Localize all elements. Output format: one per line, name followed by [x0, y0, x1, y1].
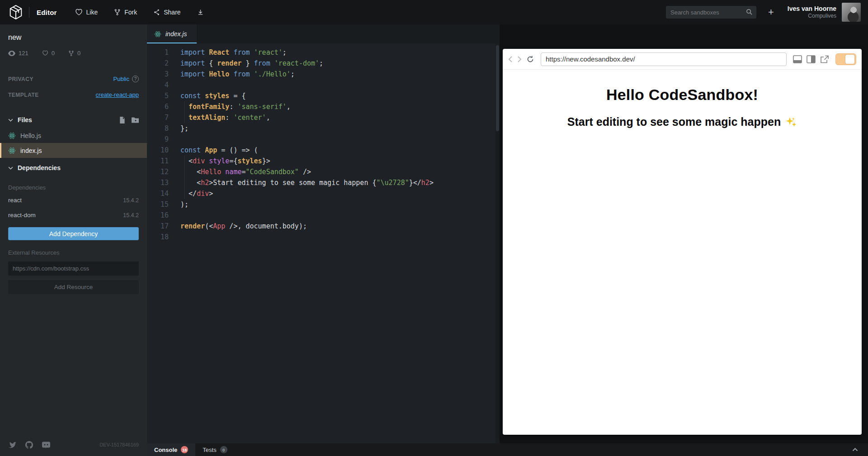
likes-count: 0 — [52, 50, 55, 57]
code-line[interactable]: 15); — [147, 199, 500, 210]
line-number: 18 — [147, 232, 169, 242]
code-line[interactable]: 9 — [147, 134, 500, 145]
editor-scrollbar[interactable] — [495, 43, 500, 443]
heart-icon — [75, 9, 83, 16]
search-input[interactable] — [666, 6, 756, 19]
code-line[interactable]: 18 — [147, 232, 500, 242]
share-icon — [153, 9, 160, 16]
chevron-down-icon — [8, 166, 13, 170]
browser-toolbar — [503, 49, 862, 70]
likes-stat[interactable]: 0 — [42, 50, 55, 57]
forks-stat[interactable]: 0 — [68, 50, 80, 57]
external-resource-input[interactable] — [8, 261, 139, 276]
add-resource-button[interactable]: Add Resource — [8, 280, 139, 294]
fork-label: Fork — [124, 9, 137, 16]
external-link-icon — [820, 55, 829, 63]
url-input[interactable] — [541, 52, 787, 66]
code-line[interactable]: 5const styles = { — [147, 90, 500, 101]
files-section-title: Files — [18, 116, 114, 124]
line-number: 1 — [147, 47, 169, 58]
back-button[interactable] — [508, 56, 513, 63]
template-label: TEMPLATE — [8, 92, 39, 98]
external-resources-label: External Resources — [0, 240, 147, 256]
build-id: DEV-1517846169 — [99, 442, 139, 447]
tab-index-js[interactable]: index.js — [147, 24, 197, 43]
file-item-hello-js[interactable]: Hello.js — [0, 128, 147, 143]
preview-subheading: Start editing to see some magic happen — [503, 115, 862, 128]
share-button[interactable]: Share — [153, 9, 180, 16]
code-line[interactable]: 13 <h2>Start editing to see some magic h… — [147, 177, 500, 188]
console-tab[interactable]: Console 16 — [147, 443, 195, 456]
privacy-help-icon[interactable]: ? — [132, 76, 139, 82]
refresh-button[interactable] — [526, 55, 534, 63]
codesandbox-logo[interactable] — [7, 4, 24, 21]
active-tab-underline — [147, 43, 197, 43]
new-folder-icon[interactable] — [132, 117, 139, 123]
fork-button[interactable]: Fork — [114, 9, 137, 16]
discord-icon[interactable] — [42, 442, 50, 448]
code-line[interactable]: 1import React from 'react'; — [147, 47, 500, 58]
react-icon — [154, 31, 161, 38]
add-dependency-button[interactable]: Add Dependency — [8, 227, 139, 240]
views-count: 121 — [19, 50, 28, 57]
editor-mode-label: Editor — [37, 9, 57, 16]
react-icon — [8, 132, 16, 139]
code-line[interactable]: 8}; — [147, 123, 500, 134]
line-number: 15 — [147, 199, 169, 210]
tests-badge: 0 — [220, 446, 227, 453]
top-header: Editor Like Fork Share + Iv — [0, 0, 868, 24]
avatar[interactable] — [842, 3, 861, 22]
download-icon — [197, 9, 204, 16]
line-number: 17 — [147, 221, 169, 232]
scrollbar-thumb[interactable] — [496, 45, 499, 131]
console-panel-icon[interactable] — [793, 55, 802, 63]
twitter-icon[interactable] — [8, 442, 16, 448]
bottom-panel-bar: Console 16 Tests 0 — [147, 443, 868, 456]
line-number: 4 — [147, 80, 169, 90]
dependencies-section-header[interactable]: Dependencies — [0, 164, 147, 171]
code-line[interactable]: 11 <div style={styles}> — [147, 156, 500, 166]
tab-name: index.js — [165, 30, 187, 38]
user-info[interactable]: Ives van Hoorne Compulives — [788, 5, 836, 20]
dependency-name: react — [8, 197, 22, 204]
code-line[interactable]: 16 — [147, 210, 500, 221]
open-in-new-window-icon[interactable] — [820, 55, 829, 63]
workspace-sidebar: new 121 0 0 PRIVACY Public ? — [0, 24, 147, 456]
code-line[interactable]: 14 </div> — [147, 188, 500, 199]
code-line[interactable]: 7 textAlign: 'center', — [147, 112, 500, 123]
split-view-icon[interactable] — [807, 55, 816, 63]
tests-tab-label: Tests — [203, 446, 216, 453]
code-line[interactable]: 6 fontFamily: 'sans-serif', — [147, 101, 500, 112]
files-section-header[interactable]: Files — [0, 116, 147, 124]
line-number: 2 — [147, 58, 169, 69]
like-button[interactable]: Like — [75, 9, 98, 16]
dependency-row-react[interactable]: react 15.4.2 — [0, 193, 147, 208]
code-lines[interactable]: 1import React from 'react';2import { ren… — [147, 43, 500, 242]
panel-right-icon — [807, 55, 816, 63]
github-icon[interactable] — [25, 441, 33, 449]
expand-panel-button[interactable] — [852, 443, 858, 456]
code-line[interactable]: 3import Hello from './Hello'; — [147, 69, 500, 80]
forward-button[interactable] — [517, 56, 522, 63]
preview-content: Hello CodeSandbox! Start editing to see … — [503, 86, 862, 128]
code-line[interactable]: 10const App = () => ( — [147, 145, 500, 156]
tests-tab[interactable]: Tests 0 — [195, 443, 234, 456]
fork-icon — [114, 9, 121, 16]
template-row: TEMPLATE create-react-app — [0, 91, 147, 98]
dependency-row-react-dom[interactable]: react-dom 15.4.2 — [0, 208, 147, 223]
code-line[interactable]: 17render(<App />, document.body); — [147, 221, 500, 232]
views-stat: 121 — [8, 50, 28, 57]
sandbox-stats: 121 0 0 — [0, 42, 147, 57]
code-line[interactable]: 2import { render } from 'react-dom'; — [147, 58, 500, 69]
code-line[interactable]: 12 <Hello name="CodeSandbox" /> — [147, 166, 500, 177]
privacy-label: PRIVACY — [8, 76, 33, 82]
code-line[interactable]: 4 — [147, 80, 500, 90]
new-sandbox-button[interactable]: + — [768, 7, 774, 17]
download-button[interactable] — [197, 9, 204, 16]
file-item-index-js[interactable]: index.js — [0, 143, 147, 158]
new-file-icon[interactable] — [119, 117, 125, 124]
refresh-icon — [526, 55, 534, 63]
live-preview-toggle[interactable] — [835, 53, 856, 65]
template-link[interactable]: create-react-app — [96, 91, 139, 98]
heart-icon — [42, 50, 48, 56]
